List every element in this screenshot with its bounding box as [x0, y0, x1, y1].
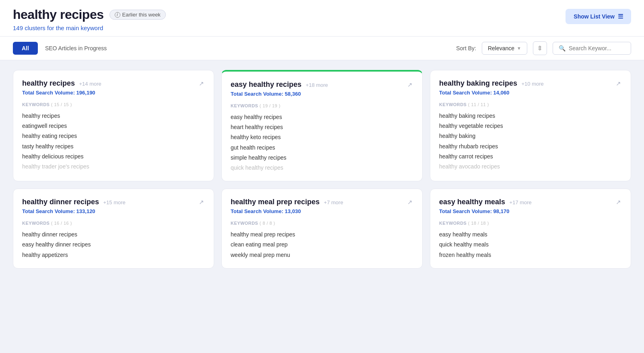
expand-icon: ↗ [407, 199, 413, 205]
card-keywords-header: KEYWORDS ( 16 / 16 ) [22, 221, 205, 226]
keyword-item: healthy keto recipes [231, 132, 413, 142]
keyword-item: healthy vegetable recipes [439, 121, 622, 131]
expand-icon: ↗ [407, 81, 413, 88]
card-keywords-header: KEYWORDS ( 15 / 15 ) [22, 102, 205, 107]
keyword-item: healthy carrot recipes [439, 152, 622, 162]
keyword-item: easy healthy recipes [231, 112, 413, 122]
keyword-item: weekly meal prep menu [231, 250, 413, 260]
card-title-group: healthy dinner recipes +15 more [22, 198, 126, 206]
card-title: healthy dinner recipes [22, 198, 99, 206]
keyword-item: easy healthy dinner recipes [22, 240, 205, 250]
sort-order-icon: ⇳ [537, 45, 543, 51]
keywords-count: ( 19 / 19 ) [260, 103, 281, 108]
keyword-card: healthy recipes +14 more ↗ Total Search … [13, 70, 214, 181]
card-keywords-header: KEYWORDS ( 8 / 8 ) [231, 221, 413, 226]
keyword-item: gut health recipes [231, 143, 413, 153]
page-title: healthy recipes [13, 7, 104, 22]
keyword-item: heart healthy recipes [231, 122, 413, 132]
header-title-row: healthy recipes i Earlier this week [13, 7, 166, 22]
keyword-item: healthy dinner recipes [22, 230, 205, 240]
card-volume: Total Search Volume: 98,170 [439, 208, 622, 214]
keyword-card: healthy baking recipes +10 more ↗ Total … [430, 70, 631, 181]
keyword-item: healthy rhubarb recipes [439, 142, 622, 152]
card-more: +7 more [324, 199, 343, 205]
keyword-item: healthy baking recipes [439, 111, 622, 121]
keywords-count: ( 8 / 8 ) [260, 221, 275, 226]
toolbar-tabs: All SEO Articles in Progress [13, 42, 114, 55]
show-list-label: Show List View [574, 13, 615, 20]
card-expand-button[interactable]: ↗ [407, 80, 413, 89]
keyword-item: healthy delicious recipes [22, 152, 205, 162]
sort-value: Relevance [488, 45, 514, 51]
cards-grid: healthy recipes +14 more ↗ Total Search … [0, 60, 644, 278]
search-box[interactable]: 🔍 [553, 42, 631, 55]
card-title-group: easy healthy recipes +18 more [231, 80, 328, 89]
card-expand-button[interactable]: ↗ [407, 198, 413, 207]
tab-seo-articles[interactable]: SEO Articles in Progress [38, 42, 114, 55]
card-expand-button[interactable]: ↗ [198, 79, 205, 88]
card-title-group: healthy recipes +14 more [22, 79, 101, 88]
header-left: healthy recipes i Earlier this week 149 … [13, 7, 166, 31]
keyword-item: easy healthy meals [439, 230, 622, 240]
card-header: healthy baking recipes +10 more ↗ [439, 79, 622, 88]
card-volume: Total Search Volume: 14,060 [439, 90, 622, 96]
keywords-count: ( 16 / 16 ) [51, 221, 72, 226]
card-expand-button[interactable]: ↗ [198, 198, 205, 207]
search-input[interactable] [569, 45, 625, 51]
keyword-item: quick healthy meals [439, 240, 622, 250]
card-more: +18 more [306, 82, 328, 88]
card-header: healthy meal prep recipes +7 more ↗ [231, 198, 413, 207]
badge-text: Earlier this week [122, 12, 161, 18]
card-more: +10 more [522, 81, 544, 87]
card-title: healthy recipes [22, 79, 75, 87]
keywords-count: ( 18 / 18 ) [468, 221, 489, 226]
card-volume: Total Search Volume: 133,120 [22, 208, 205, 214]
card-title: easy healthy meals [439, 198, 505, 206]
keyword-item: clean eating meal prep [231, 240, 413, 250]
toolbar: All SEO Articles in Progress Sort By: Re… [0, 37, 644, 60]
card-more: +14 more [79, 81, 101, 87]
card-header: easy healthy meals +17 more ↗ [439, 198, 622, 207]
card-more: +15 more [103, 199, 126, 205]
keyword-item: eatingwell recipes [22, 121, 205, 131]
chevron-down-icon: ▼ [517, 46, 521, 51]
keyword-item: simple healthy recipes [231, 153, 413, 163]
expand-icon: ↗ [616, 80, 621, 87]
card-more: +17 more [510, 199, 532, 205]
keyword-item: tasty healthy recipes [22, 142, 205, 152]
list-icon: ☰ [618, 13, 623, 20]
card-title-group: easy healthy meals +17 more [439, 198, 532, 206]
header-badge: i Earlier this week [109, 10, 166, 20]
keyword-item: healthy meal prep recipes [231, 230, 413, 240]
keywords-count: ( 15 / 15 ) [51, 102, 72, 107]
sort-label: Sort By: [456, 45, 476, 51]
card-volume: Total Search Volume: 196,190 [22, 90, 205, 96]
card-keywords-header: KEYWORDS ( 19 / 19 ) [231, 103, 413, 108]
sort-order-button[interactable]: ⇳ [533, 41, 547, 55]
card-expand-button[interactable]: ↗ [615, 79, 622, 88]
keyword-card: healthy dinner recipes +15 more ↗ Total … [13, 189, 214, 269]
card-title: easy healthy recipes [231, 80, 301, 88]
card-title-group: healthy baking recipes +10 more [439, 79, 544, 88]
card-title: healthy baking recipes [439, 79, 517, 87]
tab-all[interactable]: All [13, 42, 38, 55]
keyword-item: healthy recipes [22, 111, 205, 121]
expand-icon: ↗ [199, 80, 204, 87]
card-title: healthy meal prep recipes [231, 198, 320, 206]
keyword-item: healthy eating recipes [22, 131, 205, 141]
show-list-button[interactable]: Show List View ☰ [566, 9, 631, 24]
keyword-card: healthy meal prep recipes +7 more ↗ Tota… [221, 189, 423, 269]
keyword-item: frozen healthy meals [439, 250, 622, 260]
card-keywords-header: KEYWORDS ( 18 / 18 ) [439, 221, 622, 226]
keyword-item: healthy baking [439, 131, 622, 141]
expand-icon: ↗ [199, 199, 204, 205]
keyword-item: healthy avocado recipes [439, 162, 622, 172]
card-expand-button[interactable]: ↗ [615, 198, 622, 207]
card-header: easy healthy recipes +18 more ↗ [231, 80, 413, 89]
keyword-card: easy healthy meals +17 more ↗ Total Sear… [430, 189, 631, 269]
sort-dropdown[interactable]: Relevance ▼ [482, 42, 527, 55]
expand-icon: ↗ [616, 199, 621, 205]
page-header: healthy recipes i Earlier this week 149 … [0, 0, 644, 37]
info-icon: i [115, 12, 120, 18]
keyword-item: healthy appetizers [22, 250, 205, 260]
